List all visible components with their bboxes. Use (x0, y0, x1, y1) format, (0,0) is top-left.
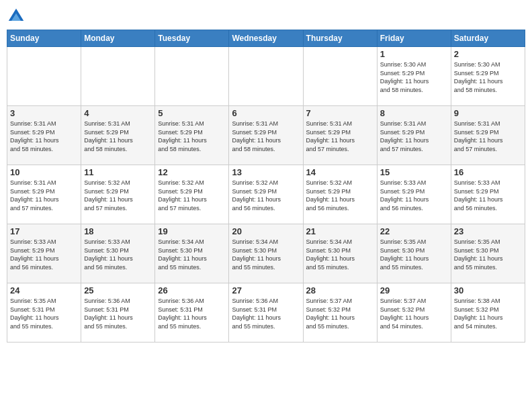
calendar-cell: 28Sunrise: 5:37 AM Sunset: 5:32 PM Dayli… (303, 283, 377, 342)
cell-info: Sunrise: 5:30 AM Sunset: 5:29 PM Dayligh… (454, 60, 522, 94)
day-number: 18 (84, 226, 152, 236)
day-number: 14 (306, 167, 374, 177)
day-number: 21 (306, 226, 374, 236)
day-number: 17 (10, 226, 78, 236)
day-number: 6 (232, 108, 300, 118)
calendar-cell (7, 47, 81, 106)
calendar-cell: 11Sunrise: 5:32 AM Sunset: 5:29 PM Dayli… (81, 165, 155, 224)
cell-info: Sunrise: 5:31 AM Sunset: 5:29 PM Dayligh… (454, 120, 522, 153)
cell-info: Sunrise: 5:32 AM Sunset: 5:29 PM Dayligh… (84, 179, 152, 212)
day-number: 9 (454, 108, 522, 118)
calendar-cell: 30Sunrise: 5:38 AM Sunset: 5:32 PM Dayli… (451, 283, 525, 342)
day-number: 1 (380, 49, 448, 59)
calendar-cell (155, 47, 229, 106)
cell-info: Sunrise: 5:38 AM Sunset: 5:32 PM Dayligh… (454, 297, 522, 330)
cell-info: Sunrise: 5:31 AM Sunset: 5:29 PM Dayligh… (380, 120, 448, 153)
cell-info: Sunrise: 5:30 AM Sunset: 5:29 PM Dayligh… (380, 60, 448, 94)
calendar-cell: 24Sunrise: 5:35 AM Sunset: 5:31 PM Dayli… (7, 283, 81, 342)
calendar-cell: 19Sunrise: 5:34 AM Sunset: 5:30 PM Dayli… (155, 224, 229, 283)
day-number: 23 (454, 226, 522, 236)
day-number: 22 (380, 226, 448, 236)
cell-info: Sunrise: 5:34 AM Sunset: 5:30 PM Dayligh… (158, 238, 226, 271)
calendar-cell: 1Sunrise: 5:30 AM Sunset: 5:29 PM Daylig… (377, 47, 451, 106)
day-number: 30 (454, 285, 522, 295)
day-number: 8 (380, 108, 448, 118)
calendar-cell: 9Sunrise: 5:31 AM Sunset: 5:29 PM Daylig… (451, 106, 525, 165)
day-number: 26 (158, 285, 226, 295)
calendar-cell: 8Sunrise: 5:31 AM Sunset: 5:29 PM Daylig… (377, 106, 451, 165)
cell-info: Sunrise: 5:35 AM Sunset: 5:30 PM Dayligh… (454, 238, 522, 271)
cell-info: Sunrise: 5:32 AM Sunset: 5:29 PM Dayligh… (158, 179, 226, 212)
calendar-cell: 6Sunrise: 5:31 AM Sunset: 5:29 PM Daylig… (229, 106, 303, 165)
calendar-cell: 10Sunrise: 5:31 AM Sunset: 5:29 PM Dayli… (7, 165, 81, 224)
calendar-cell: 25Sunrise: 5:36 AM Sunset: 5:31 PM Dayli… (81, 283, 155, 342)
calendar-cell: 17Sunrise: 5:33 AM Sunset: 5:29 PM Dayli… (7, 224, 81, 283)
cell-info: Sunrise: 5:33 AM Sunset: 5:29 PM Dayligh… (454, 179, 522, 212)
cell-info: Sunrise: 5:31 AM Sunset: 5:29 PM Dayligh… (10, 120, 78, 153)
calendar-cell: 22Sunrise: 5:35 AM Sunset: 5:30 PM Dayli… (377, 224, 451, 283)
day-number: 15 (380, 167, 448, 177)
calendar-cell (81, 47, 155, 106)
calendar-table: SundayMondayTuesdayWednesdayThursdayFrid… (7, 30, 525, 342)
cell-info: Sunrise: 5:32 AM Sunset: 5:29 PM Dayligh… (232, 179, 300, 212)
day-number: 12 (158, 167, 226, 177)
calendar-cell: 26Sunrise: 5:36 AM Sunset: 5:31 PM Dayli… (155, 283, 229, 342)
day-number: 7 (306, 108, 374, 118)
calendar-cell: 21Sunrise: 5:34 AM Sunset: 5:30 PM Dayli… (303, 224, 377, 283)
calendar-cell (303, 47, 377, 106)
calendar-cell: 2Sunrise: 5:30 AM Sunset: 5:29 PM Daylig… (451, 47, 525, 106)
day-number: 13 (232, 167, 300, 177)
weekday-header-tuesday: Tuesday (155, 30, 229, 47)
cell-info: Sunrise: 5:31 AM Sunset: 5:29 PM Dayligh… (306, 120, 374, 153)
day-number: 20 (232, 226, 300, 236)
cell-info: Sunrise: 5:36 AM Sunset: 5:31 PM Dayligh… (232, 297, 300, 330)
day-number: 4 (84, 108, 152, 118)
weekday-header-friday: Friday (377, 30, 451, 47)
weekday-header-monday: Monday (81, 30, 155, 47)
weekday-header-sunday: Sunday (7, 30, 81, 47)
calendar-cell: 12Sunrise: 5:32 AM Sunset: 5:29 PM Dayli… (155, 165, 229, 224)
page: SundayMondayTuesdayWednesdayThursdayFrid… (0, 0, 532, 411)
cell-info: Sunrise: 5:33 AM Sunset: 5:30 PM Dayligh… (84, 238, 152, 271)
weekday-header-saturday: Saturday (451, 30, 525, 47)
cell-info: Sunrise: 5:34 AM Sunset: 5:30 PM Dayligh… (232, 238, 300, 271)
cell-info: Sunrise: 5:36 AM Sunset: 5:31 PM Dayligh… (158, 297, 226, 330)
calendar-cell: 23Sunrise: 5:35 AM Sunset: 5:30 PM Dayli… (451, 224, 525, 283)
calendar-cell: 20Sunrise: 5:34 AM Sunset: 5:30 PM Dayli… (229, 224, 303, 283)
day-number: 16 (454, 167, 522, 177)
day-number: 10 (10, 167, 78, 177)
day-number: 29 (380, 285, 448, 295)
calendar-cell: 18Sunrise: 5:33 AM Sunset: 5:30 PM Dayli… (81, 224, 155, 283)
cell-info: Sunrise: 5:31 AM Sunset: 5:29 PM Dayligh… (10, 179, 78, 212)
day-number: 19 (158, 226, 226, 236)
header (7, 7, 525, 26)
day-number: 2 (454, 49, 522, 59)
cell-info: Sunrise: 5:31 AM Sunset: 5:29 PM Dayligh… (158, 120, 226, 153)
calendar-cell: 7Sunrise: 5:31 AM Sunset: 5:29 PM Daylig… (303, 106, 377, 165)
cell-info: Sunrise: 5:34 AM Sunset: 5:30 PM Dayligh… (306, 238, 374, 271)
logo (7, 7, 28, 26)
cell-info: Sunrise: 5:36 AM Sunset: 5:31 PM Dayligh… (84, 297, 152, 330)
cell-info: Sunrise: 5:32 AM Sunset: 5:29 PM Dayligh… (306, 179, 374, 212)
cell-info: Sunrise: 5:33 AM Sunset: 5:29 PM Dayligh… (10, 238, 78, 271)
cell-info: Sunrise: 5:37 AM Sunset: 5:32 PM Dayligh… (380, 297, 448, 330)
cell-info: Sunrise: 5:31 AM Sunset: 5:29 PM Dayligh… (84, 120, 152, 153)
calendar-cell: 27Sunrise: 5:36 AM Sunset: 5:31 PM Dayli… (229, 283, 303, 342)
cell-info: Sunrise: 5:37 AM Sunset: 5:32 PM Dayligh… (306, 297, 374, 330)
logo-icon (7, 7, 26, 26)
calendar-cell: 16Sunrise: 5:33 AM Sunset: 5:29 PM Dayli… (451, 165, 525, 224)
day-number: 24 (10, 285, 78, 295)
calendar-cell (229, 47, 303, 106)
day-number: 28 (306, 285, 374, 295)
calendar-cell: 29Sunrise: 5:37 AM Sunset: 5:32 PM Dayli… (377, 283, 451, 342)
cell-info: Sunrise: 5:35 AM Sunset: 5:30 PM Dayligh… (380, 238, 448, 271)
day-number: 27 (232, 285, 300, 295)
calendar-cell: 5Sunrise: 5:31 AM Sunset: 5:29 PM Daylig… (155, 106, 229, 165)
cell-info: Sunrise: 5:33 AM Sunset: 5:29 PM Dayligh… (380, 179, 448, 212)
cell-info: Sunrise: 5:31 AM Sunset: 5:29 PM Dayligh… (232, 120, 300, 153)
day-number: 25 (84, 285, 152, 295)
calendar-cell: 4Sunrise: 5:31 AM Sunset: 5:29 PM Daylig… (81, 106, 155, 165)
day-number: 11 (84, 167, 152, 177)
weekday-header-thursday: Thursday (303, 30, 377, 47)
calendar-cell: 14Sunrise: 5:32 AM Sunset: 5:29 PM Dayli… (303, 165, 377, 224)
